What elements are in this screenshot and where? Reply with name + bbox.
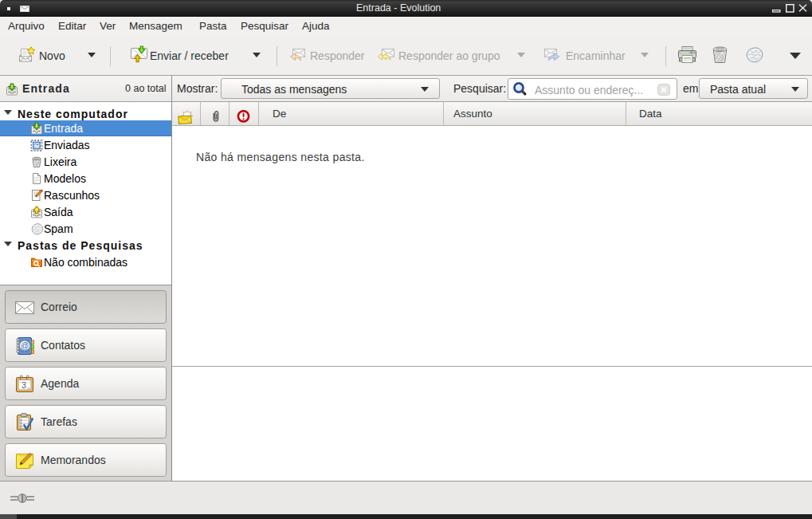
svg-text:@: @ [21,341,29,350]
svg-text:3: 3 [22,381,26,390]
